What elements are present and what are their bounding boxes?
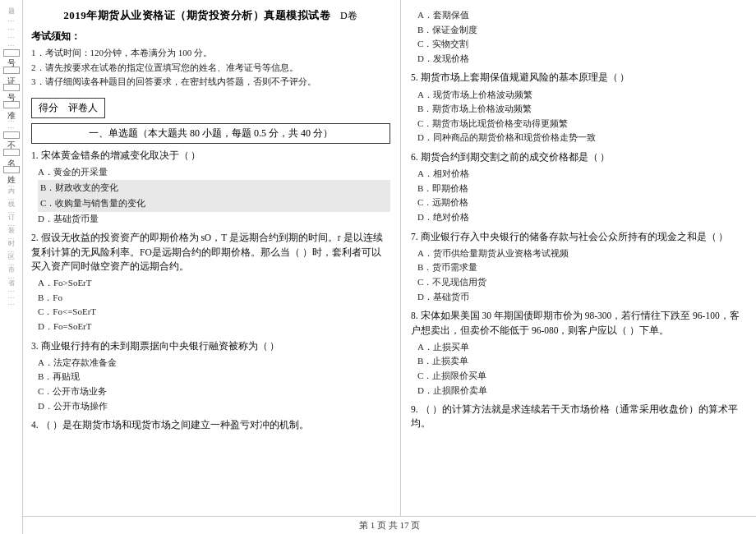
- q2-option-d: D．Fo=SoErT: [38, 320, 390, 334]
- q7-options: A．货币供给量期货从业资格考试视频 B．货币需求量 C．不见现信用货 D．基础货…: [411, 246, 746, 304]
- dot: …: [8, 33, 15, 39]
- sidebar-label-zhun2: 准: [3, 101, 20, 108]
- dot: …: [8, 93, 15, 99]
- q1-option-b: B．财政收支的变化: [38, 180, 390, 196]
- sidebar-label-hao: 号: [3, 49, 20, 57]
- dot: …: [8, 76, 15, 82]
- q3-content: 商业银行持有的未到期票据向中央银行融资被称为（ ）: [41, 341, 280, 351]
- reviewer-label: 评卷人: [68, 101, 98, 115]
- sidebar-label-zhun: 号: [3, 84, 20, 91]
- dot: …: [8, 158, 15, 164]
- q5-option-d: D．同种商品的期货价格和现货价格走势一致: [417, 131, 746, 145]
- dot: …: [8, 25, 15, 31]
- q8-option-b: B．止损卖单: [417, 354, 746, 369]
- q7-content: 商业银行存入中央银行的储备存款与社会公众所持有的现金之和是（ ）: [421, 232, 729, 242]
- notice-item-3: 3．请仔细阅读各种题目的回答要求，在密封线内答题，否则不予评分。: [31, 75, 390, 90]
- q7-option-b: B．货币需求量: [417, 260, 746, 275]
- q1-option-c: C．收购量与销售量的变化: [38, 196, 390, 212]
- sidebar-label-xing: 姓: [3, 166, 20, 173]
- score-label: 得分: [39, 101, 58, 115]
- score-box: 得分 评卷人: [31, 98, 105, 118]
- question-6: 6. 期货合约到期交割之前的成交价格都是（ ） A．相对价格 B．即期价格 C．…: [411, 150, 746, 225]
- q7-option-a: A．货币供给量期货从业资格考试视频: [417, 246, 746, 261]
- q3-options: A．法定存款准备金 B．再贴现 C．公开市场业务 D．公开市场操作: [31, 356, 390, 413]
- sidebar-label-zheng: 证: [3, 67, 20, 74]
- q6-num: 6.: [411, 152, 418, 162]
- question-3-text: 3. 商业银行持有的未到期票据向中央银行融资被称为（ ）: [31, 339, 390, 353]
- notice-item-2: 2．请先按要求在试卷的指定位置填写您的姓名、准考证号等信息。: [31, 61, 390, 76]
- q4-options-continued: A．套期保值 B．保证金制度 C．实物交割 D．发现价格: [411, 8, 746, 66]
- q8-num: 8.: [411, 311, 418, 320]
- q8-option-d: D．止损限价卖单: [417, 384, 746, 398]
- q3-option-a: A．法定存款准备金: [38, 356, 390, 371]
- q1-options: A．黄金的开采量 B．财政收支的变化 C．收购量与销售量的变化 D．基础货币量: [31, 165, 390, 226]
- q6-option-d: D．绝对价格: [417, 210, 746, 225]
- question-4: 4. （ ）是在期货市场和现货市场之间建立一种盈亏对冲的机制。: [31, 418, 390, 432]
- q5-option-c: C．期货市场比现货价格变动得更频繁: [417, 117, 746, 131]
- left-sidebar: 题 … … … … 号 … 证 … 号 … 准 … … … 不 … 名 … 姓 …: [0, 0, 23, 534]
- q5-content: 期货市场上套期保值规避风险的基本原理是（ ）: [421, 72, 630, 82]
- question-5: 5. 期货市场上套期保值规避风险的基本原理是（ ） A．现货市场上价格波动频繁 …: [411, 71, 746, 145]
- question-8: 8. 宋体如果美国 30 年期国债即期市价为 98-300，若行情往下跌至 96…: [411, 309, 746, 398]
- question-1-text: 1. 宋体黄金错条的增减变化取决于（ ）: [31, 149, 390, 163]
- right-column: A．套期保值 B．保证金制度 C．实物交割 D．发现价格 5. 期货市场上套期保…: [401, 0, 756, 516]
- title-volume: D卷: [340, 10, 358, 21]
- question-7-text: 7. 商业银行存入中央银行的储备存款与社会公众所持有的现金之和是（ ）: [411, 230, 746, 244]
- q5-option-a: A．现货市场上价格波动频繁: [417, 88, 746, 103]
- dot: 题: [8, 8, 15, 15]
- q8-options: A．止损买单 B．止损卖单 C．止损限价买单 D．止损限价卖单: [411, 340, 746, 398]
- sidebar-section-hao: … 号 … 证 … 号 … 准 … … … 不 … 名 … 姓 … … 内 … …: [3, 41, 20, 306]
- q4-option-c: C．实物交割: [417, 37, 746, 52]
- q4-content: （ ）是在期货市场和现货市场之间建立一种盈亏对冲的机制。: [41, 420, 310, 430]
- q4-num: 4.: [31, 420, 39, 430]
- sidebar-label-ming: 名: [3, 149, 20, 156]
- q6-option-a: A．相对价格: [417, 167, 746, 182]
- q7-option-d: D．基础货币: [417, 290, 746, 305]
- sidebar-label-bu: 不: [3, 131, 20, 139]
- q4-option-a: A．套期保值: [417, 8, 746, 23]
- q2-content: 假设无收益的投资资产的即期价格为 sO，T 是远期合约到期的时间。r 是以连续复…: [31, 232, 383, 271]
- notice-item-1: 1．考试时间：120分钟，本卷满分为 100 分。: [31, 46, 390, 61]
- q4-options: A．套期保值 B．保证金制度 C．实物交割 D．发现价格: [411, 8, 746, 66]
- q8-option-c: C．止损限价买单: [417, 369, 746, 384]
- q2-num: 2.: [31, 232, 39, 242]
- q6-option-b: B．即期价格: [417, 182, 746, 196]
- q1-option-d: D．基础货币量: [38, 212, 390, 227]
- q7-num: 7.: [411, 232, 418, 242]
- q1-option-a: A．黄金的开采量: [38, 165, 390, 180]
- main-content: 2019年期货从业资格证（期货投资分析）真题模拟试卷 D卷 考试须知： 1．考试…: [23, 0, 756, 534]
- q6-option-c: C．远期价格: [417, 196, 746, 210]
- columns-layout: 2019年期货从业资格证（期货投资分析）真题模拟试卷 D卷 考试须知： 1．考试…: [23, 0, 756, 516]
- q9-content: （ ）的计算方法就是求连续若干天市场价格（通常采用收盘价）的算术平均。: [411, 404, 738, 428]
- question-1: 1. 宋体黄金错条的增减变化取决于（ ） A．黄金的开采量 B．财政收支的变化 …: [31, 149, 390, 227]
- q7-option-c: C．不见现信用货: [417, 275, 746, 290]
- question-2: 2. 假设无收益的投资资产的即期价格为 sO，T 是远期合约到期的时间。r 是以…: [31, 231, 390, 334]
- q6-content: 期货合约到期交割之前的成交价格都是（ ）: [421, 152, 611, 162]
- title-main-text: 2019年期货从业资格证（期货投资分析）真题模拟试卷: [63, 9, 330, 21]
- section-header: 一、单选题（本大题共 80 小题，每题 0.5 分，共 40 分）: [31, 123, 390, 144]
- q2-option-b: B．Fo: [38, 291, 390, 306]
- question-2-text: 2. 假设无收益的投资资产的即期价格为 sO，T 是远期合约到期的时间。r 是以…: [31, 231, 390, 274]
- q3-num: 3.: [31, 341, 39, 351]
- dot: …: [8, 41, 15, 48]
- question-3: 3. 商业银行持有的未到期票据向中央银行融资被称为（ ） A．法定存款准备金 B…: [31, 339, 390, 414]
- q9-num: 9.: [411, 404, 418, 414]
- q5-option-b: B．期货市场上价格波动频繁: [417, 102, 746, 117]
- q5-options: A．现货市场上价格波动频繁 B．期货市场上价格波动频繁 C．期货市场比现货价格变…: [411, 88, 746, 145]
- dot: …: [8, 58, 15, 65]
- dot: …: [8, 123, 15, 130]
- q2-option-c: C．Fo<=SoErT: [38, 305, 390, 320]
- question-9-text: 9. （ ）的计算方法就是求连续若干天市场价格（通常采用收盘价）的算术平均。: [411, 403, 746, 431]
- question-6-text: 6. 期货合约到期交割之前的成交价格都是（ ）: [411, 150, 746, 164]
- q5-num: 5.: [411, 72, 418, 82]
- q1-content: 宋体黄金错条的增减变化取决于（ ）: [41, 150, 201, 160]
- question-5-text: 5. 期货市场上套期保值规避风险的基本原理是（ ）: [411, 71, 746, 85]
- q6-options: A．相对价格 B．即期价格 C．远期价格 D．绝对价格: [411, 167, 746, 224]
- q1-num: 1.: [31, 150, 39, 160]
- q8-content: 宋体如果美国 30 年期国债即期市价为 98-300，若行情往下跌至 96-10…: [411, 311, 740, 334]
- q3-option-b: B．再贴现: [38, 370, 390, 384]
- question-7: 7. 商业银行存入中央银行的储备存款与社会公众所持有的现金之和是（ ） A．货币…: [411, 230, 746, 305]
- page-number: 第 1 页 共 17 页: [23, 516, 756, 534]
- question-8-text: 8. 宋体如果美国 30 年期国债即期市价为 98-300，若行情往下跌至 96…: [411, 309, 746, 338]
- question-9: 9. （ ）的计算方法就是求连续若干天市场价格（通常采用收盘价）的算术平均。: [411, 403, 746, 431]
